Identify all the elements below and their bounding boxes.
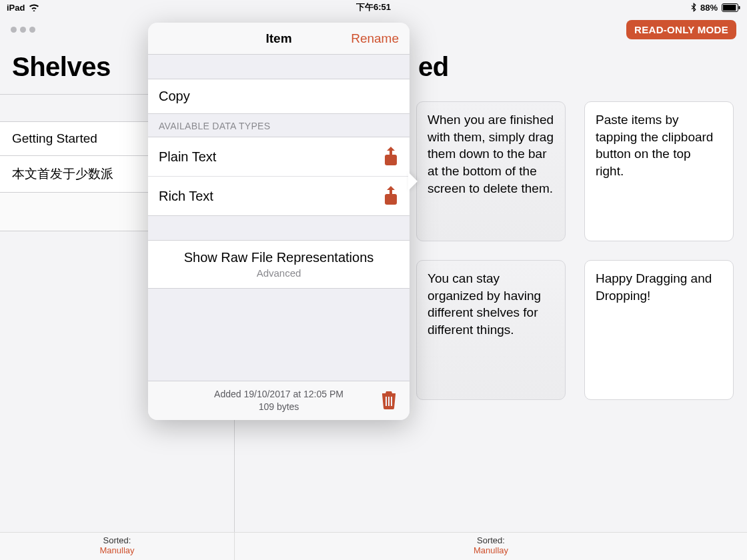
clock: 下午6:51 bbox=[356, 1, 391, 13]
show-raw-sublabel: Advanced bbox=[159, 267, 399, 279]
svg-rect-4 bbox=[385, 194, 397, 205]
sort-label-left: Sorted: bbox=[0, 535, 234, 545]
share-icon[interactable] bbox=[383, 147, 399, 167]
rename-button[interactable]: Rename bbox=[351, 31, 399, 46]
footer: Sorted: Manullay Sorted: Manullay bbox=[0, 532, 747, 560]
svg-rect-1 bbox=[723, 5, 736, 11]
copy-label: Copy bbox=[159, 89, 190, 104]
device-label: iPad bbox=[7, 3, 25, 13]
more-icon[interactable] bbox=[11, 27, 35, 33]
page-title: ed bbox=[405, 44, 462, 94]
item-popover: Item Rename Copy AVAILABLE DATA TYPES Pl… bbox=[148, 23, 410, 420]
card-item[interactable]: When you are finished with them, simply … bbox=[416, 101, 566, 241]
status-bar: iPad 下午6:51 88% bbox=[0, 0, 747, 15]
card-item[interactable]: Paste items by tapping the clipboard but… bbox=[584, 101, 734, 241]
battery-percent: 88% bbox=[700, 3, 718, 13]
sort-value-left[interactable]: Manullay bbox=[0, 545, 234, 555]
card-item[interactable]: You can stay organized by having differe… bbox=[416, 260, 566, 400]
sort-value-right[interactable]: Manullay bbox=[235, 545, 747, 555]
type-label: Plain Text bbox=[159, 149, 216, 165]
sort-label-right: Sorted: bbox=[235, 535, 747, 545]
type-label: Rich Text bbox=[159, 189, 213, 204]
trash-icon[interactable] bbox=[380, 389, 399, 412]
share-icon[interactable] bbox=[383, 186, 399, 206]
size-meta: 109 bytes bbox=[177, 401, 380, 413]
available-types-header: AVAILABLE DATA TYPES bbox=[148, 114, 410, 137]
battery-icon bbox=[722, 3, 740, 12]
popover-title: Item bbox=[265, 31, 291, 46]
card-item[interactable]: Happy Dragging and Dropping! bbox=[584, 260, 734, 400]
svg-rect-3 bbox=[385, 155, 397, 165]
show-raw-label: Show Raw File Representations bbox=[159, 250, 399, 265]
show-raw-button[interactable]: Show Raw File Representations Advanced bbox=[148, 240, 410, 289]
svg-rect-2 bbox=[739, 6, 740, 9]
svg-rect-7 bbox=[391, 397, 392, 406]
popover-arrow bbox=[408, 172, 418, 191]
svg-rect-5 bbox=[386, 397, 387, 406]
type-plain-text[interactable]: Plain Text bbox=[148, 137, 410, 177]
type-rich-text[interactable]: Rich Text bbox=[148, 177, 410, 215]
copy-button[interactable]: Copy bbox=[148, 79, 410, 114]
svg-rect-6 bbox=[388, 397, 390, 406]
wifi-icon bbox=[29, 3, 39, 11]
readonly-mode-badge[interactable]: READ-ONLY MODE bbox=[626, 20, 736, 39]
bluetooth-icon bbox=[691, 3, 696, 12]
added-meta: Added 19/10/2017 at 12:05 PM bbox=[177, 388, 380, 401]
